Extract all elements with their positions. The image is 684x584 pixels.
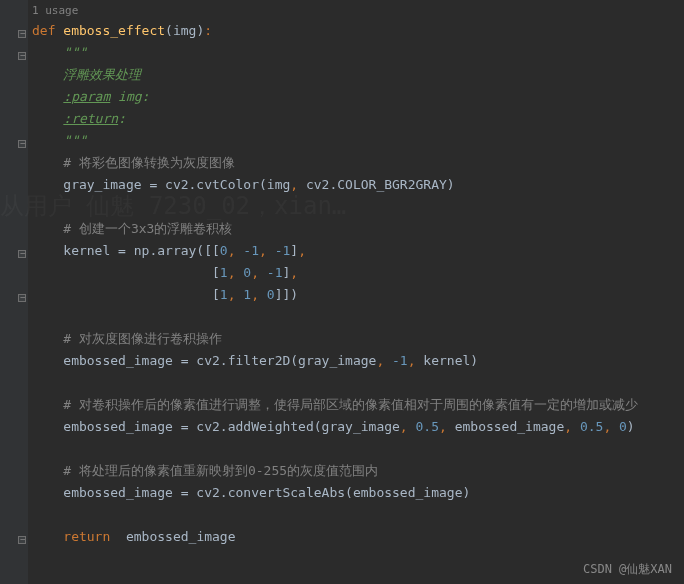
usage-hint: 1 usage (32, 0, 680, 20)
gutter (0, 0, 28, 584)
fold-icon[interactable] (18, 140, 26, 148)
kw-return: return (63, 529, 118, 544)
doc-desc: 浮雕效果处理 (63, 67, 141, 82)
comment: # 对卷积操作后的像素值进行调整，使得局部区域的像素值相对于周围的像素值有一定的… (63, 397, 638, 412)
func-name: emboss_effect (63, 23, 165, 38)
fold-icon[interactable] (18, 536, 26, 544)
fold-icon[interactable] (18, 30, 26, 38)
fold-icon[interactable] (18, 52, 26, 60)
comment: # 创建一个3x3的浮雕卷积核 (63, 221, 232, 236)
fold-icon[interactable] (18, 250, 26, 258)
credit-text: CSDN @仙魅XAN (583, 561, 672, 578)
docstring-open: """ (63, 45, 86, 60)
code-editor[interactable]: 1 usage def emboss_effect(img): """ 浮雕效果… (0, 0, 684, 584)
comment: # 将彩色图像转换为灰度图像 (63, 155, 235, 170)
comment: # 对灰度图像进行卷积操作 (63, 331, 222, 346)
doc-param-tag: :param (63, 89, 110, 104)
docstring-close: """ (63, 133, 86, 148)
code-content[interactable]: 1 usage def emboss_effect(img): """ 浮雕效果… (28, 0, 684, 584)
fold-icon[interactable] (18, 294, 26, 302)
comment: # 将处理后的像素值重新映射到0-255的灰度值范围内 (63, 463, 378, 478)
doc-return-tag: :return (63, 111, 118, 126)
kw-def: def (32, 23, 63, 38)
